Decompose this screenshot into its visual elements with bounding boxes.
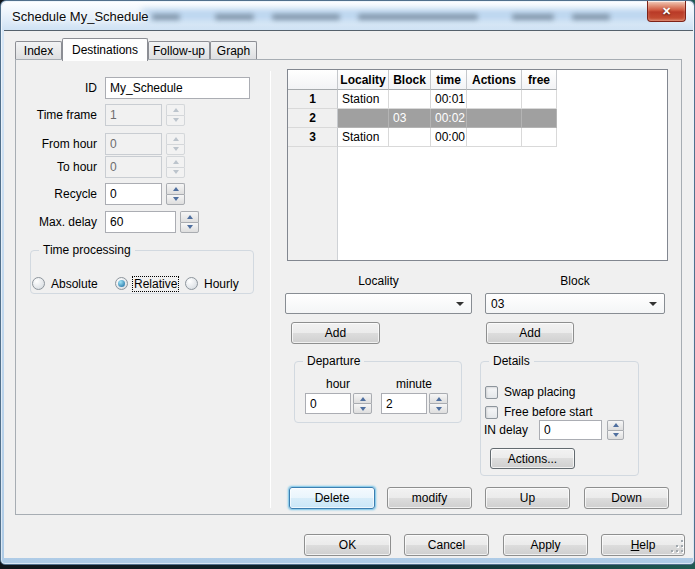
help-accelerator: H [631,538,640,552]
apply-button[interactable]: Apply [503,534,588,556]
block-label: Block [485,274,665,288]
destinations-table: Locality Block time Actions free 1 Stati… [287,69,668,261]
close-button[interactable]: ✕ [647,1,686,22]
checkbox-label: Free before start [504,405,593,419]
arrow-up-icon [173,187,179,191]
radio-icon [185,277,198,290]
background-menu-blur [512,14,554,20]
spin-up-button[interactable] [429,393,448,403]
spin-down-button [166,144,185,156]
locality-label: Locality [285,274,472,288]
cell-free [522,90,557,109]
swap-placing-checkbox[interactable]: Swap placing [485,385,575,399]
tab-label: Index [24,44,53,58]
row-number-cell[interactable]: 3 [288,128,338,147]
arrow-up-icon [187,215,193,219]
id-input[interactable] [105,77,250,99]
cell-time: 00:02 [431,109,467,128]
spin-up-button[interactable] [166,183,185,194]
column-header-block: Block [389,70,431,90]
background-menu-blur [272,14,340,20]
spin-up-button [166,104,185,115]
spin-up-button[interactable] [180,211,199,222]
add-locality-button[interactable]: Add [291,322,380,344]
recycle-label: Recycle [16,183,97,205]
spin-down-button[interactable] [429,403,448,414]
arrow-up-icon [436,397,442,401]
departure-minute-input[interactable] [381,393,427,414]
cell-free [522,109,557,128]
arrow-down-icon [187,225,193,229]
in-delay-input[interactable] [539,420,602,440]
spin-down-button[interactable] [607,430,624,441]
chevron-down-icon [649,302,657,306]
cell-actions [467,128,522,147]
title-bar[interactable]: Schedule My_Schedule [2,2,693,30]
spin-down-button[interactable] [353,403,372,414]
background-menu-blur [215,14,254,20]
add-block-button[interactable]: Add [486,322,574,344]
row-number-cell[interactable]: 1 [288,90,338,109]
spin-up-button[interactable] [607,420,624,430]
free-before-start-checkbox[interactable]: Free before start [485,405,593,419]
tab-graph[interactable]: Graph [210,41,257,60]
column-header-time: time [431,70,467,90]
table-row-selected[interactable]: 2 03 00:02 [288,109,557,128]
tab-destinations[interactable]: Destinations [62,38,148,61]
recycle-spinner [166,183,185,205]
radio-absolute[interactable]: Absolute [32,276,99,291]
up-button[interactable]: Up [485,487,570,509]
radio-icon [32,277,45,290]
column-header-locality: Locality [338,70,389,90]
column-header-actions: Actions [467,70,522,90]
spin-down-button [166,167,185,179]
locality-combobox[interactable] [285,293,472,314]
tab-index[interactable]: Index [15,41,62,60]
table-row[interactable]: 3 Station 00:00 [288,128,557,147]
block-combobox[interactable]: 03 [485,293,665,314]
ok-button[interactable]: OK [304,534,391,556]
departure-hour-input[interactable] [305,393,351,414]
schedule-dialog: Schedule My_Schedule ✕ Index Destination… [0,0,695,565]
radio-label: Absolute [50,277,99,291]
actions-button[interactable]: Actions... [490,448,575,469]
departure-hour-spinner [353,393,372,414]
spin-down-button[interactable] [166,194,185,206]
time-frame-input [105,104,162,126]
arrow-down-icon [173,118,179,122]
cell-block [389,128,431,147]
radio-hourly[interactable]: Hourly [185,276,240,291]
recycle-input[interactable] [105,183,162,205]
spin-down-button[interactable] [180,222,199,234]
to-hour-label: To hour [16,156,97,178]
tab-page-destinations: ID Time frame From hour To hour Recycle [15,59,682,515]
down-button[interactable]: Down [584,487,669,509]
table-header-row: Locality Block time Actions free [288,70,557,90]
to-hour-input [105,156,162,178]
arrow-up-icon [173,160,179,164]
row-number-cell[interactable]: 2 [288,109,338,128]
time-processing-group-label: Time processing [39,243,135,258]
radio-relative[interactable]: Relative [115,276,178,291]
arrow-up-icon [613,423,619,427]
arrow-down-icon [173,170,179,174]
cell-locality: Station [338,128,389,147]
delete-button[interactable]: Delete [289,487,375,509]
radio-label: Relative [133,277,178,291]
modify-button[interactable]: modify [387,487,472,509]
resize-grip[interactable] [671,540,683,552]
chevron-down-icon [456,302,464,306]
background-menu-blur [572,14,610,20]
cell-time: 00:01 [431,90,467,109]
cell-actions [467,109,522,128]
background-menu-blur [358,14,478,20]
close-icon: ✕ [662,6,671,17]
column-header-free: free [522,70,557,90]
max-delay-input[interactable] [105,211,176,233]
tab-follow-up[interactable]: Follow-up [148,41,210,60]
spin-up-button[interactable] [353,393,372,403]
spin-up-button [166,133,185,144]
table-row[interactable]: 1 Station 00:01 [288,90,557,109]
max-delay-label: Max. delay [16,211,97,233]
cancel-button[interactable]: Cancel [404,534,489,556]
